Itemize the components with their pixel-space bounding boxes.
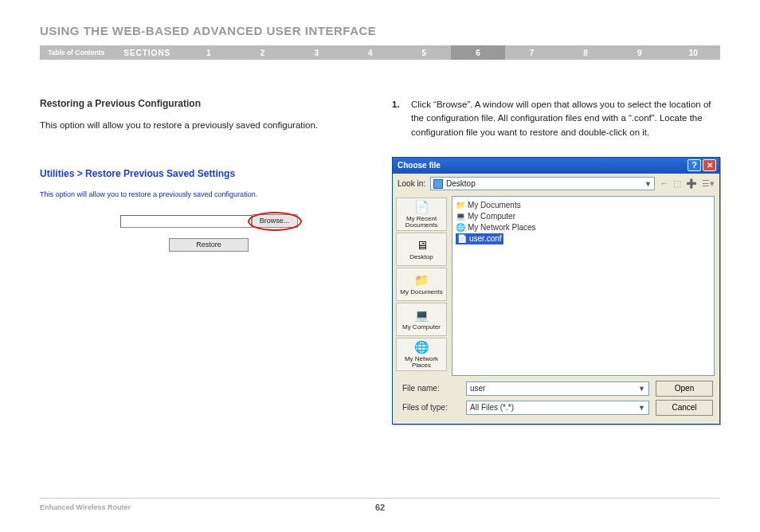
folder-icon: 📁 — [456, 201, 465, 209]
chevron-down-icon: ▼ — [638, 404, 645, 412]
nav-section-4[interactable]: 4 — [343, 49, 398, 57]
filetype-label: Files of type: — [399, 403, 460, 412]
desktop-place-icon: 🖥 — [413, 238, 429, 252]
list-item[interactable]: 📁 My Documents — [456, 200, 711, 211]
place-label: Desktop — [409, 254, 433, 260]
browse-button[interactable]: Browse... — [252, 214, 298, 228]
network-places-icon: 🌐 — [413, 340, 429, 354]
place-my-computer[interactable]: 💻 My Computer — [396, 303, 447, 336]
lookin-dropdown[interactable]: Desktop ▼ — [430, 177, 655, 190]
file-label: user.conf — [469, 234, 502, 243]
file-path-input[interactable] — [120, 215, 252, 228]
nav-section-1[interactable]: 1 — [182, 49, 236, 57]
places-bar: 📄 My Recent Documents 🖥 Desktop 📁 My Doc… — [393, 194, 450, 376]
section-subhead: Restoring a Previous Configuration — [40, 98, 378, 109]
choose-file-dialog: Choose file ? ✕ Look in: Desktop ▼ ← ⬚ ➕ — [392, 157, 720, 424]
place-my-documents[interactable]: 📁 My Documents — [396, 268, 447, 301]
lookin-label: Look in: — [398, 179, 425, 188]
chevron-down-icon: ▼ — [644, 180, 652, 188]
nav-section-2[interactable]: 2 — [236, 49, 290, 57]
back-icon[interactable]: ← — [660, 178, 668, 189]
file-label: My Documents — [468, 201, 521, 209]
recent-documents-icon: 📄 — [413, 200, 429, 214]
dialog-title: Choose file — [396, 161, 686, 170]
list-item-selected[interactable]: 📄 user.conf — [456, 233, 503, 244]
filename-label: File name: — [399, 384, 460, 393]
list-item[interactable]: 💻 My Computer — [456, 211, 711, 222]
nav-section-5[interactable]: 5 — [398, 49, 452, 57]
filename-value: user — [470, 384, 485, 393]
nav-section-7[interactable]: 7 — [505, 49, 559, 57]
nav-section-8[interactable]: 8 — [558, 49, 613, 57]
restore-button[interactable]: Restore — [169, 238, 249, 252]
nav-section-9[interactable]: 9 — [613, 49, 667, 57]
utilities-breadcrumb: Utilities > Restore Previous Saved Setti… — [40, 168, 378, 179]
file-label: My Computer — [468, 212, 515, 221]
lookin-value: Desktop — [446, 179, 476, 188]
file-label: My Network Places — [468, 223, 536, 232]
my-computer-icon: 💻 — [413, 308, 429, 323]
nav-section-10[interactable]: 10 — [666, 49, 720, 57]
chevron-down-icon: ▼ — [638, 385, 645, 393]
filename-input[interactable]: user ▼ — [466, 381, 649, 396]
close-icon[interactable]: ✕ — [703, 159, 716, 171]
up-one-level-icon[interactable]: ⬚ — [673, 178, 681, 189]
conf-file-icon: 📄 — [457, 234, 467, 243]
section-navbar: Table of Contents SECTIONS 1 2 3 4 5 6 7… — [40, 45, 720, 60]
computer-icon: 💻 — [456, 212, 465, 221]
nav-section-3[interactable]: 3 — [289, 49, 343, 57]
place-label: My Computer — [402, 324, 441, 331]
dialog-titlebar[interactable]: Choose file ? ✕ — [393, 158, 719, 174]
page-heading: USING THE WEB-BASED ADVANCED USER INTERF… — [40, 24, 720, 37]
toc-link[interactable]: Table of Contents — [40, 49, 112, 57]
place-recent-documents[interactable]: 📄 My Recent Documents — [396, 198, 447, 231]
step-number: 1. — [392, 98, 411, 139]
nav-section-6[interactable]: 6 — [451, 45, 505, 60]
utilities-screenshot: Utilities > Restore Previous Saved Setti… — [40, 168, 378, 252]
browse-button-label: Browse... — [260, 217, 290, 225]
utilities-caption: This option will allow you to restore a … — [40, 190, 378, 198]
filetype-value: All Files (*.*) — [470, 403, 514, 412]
page-number: 62 — [40, 503, 720, 512]
my-documents-icon: 📁 — [413, 273, 429, 288]
place-label: My Network Places — [397, 356, 446, 369]
list-item[interactable]: 🌐 My Network Places — [456, 222, 711, 233]
filetype-dropdown[interactable]: All Files (*.*) ▼ — [466, 401, 649, 415]
new-folder-icon[interactable]: ➕ — [686, 178, 697, 189]
step-text: Click “Browse”. A window will open that … — [411, 98, 720, 139]
open-button[interactable]: Open — [656, 381, 713, 397]
place-label: My Recent Documents — [397, 216, 446, 229]
views-icon[interactable]: ☰▾ — [702, 178, 715, 189]
intro-text: This option will allow you to restore a … — [40, 119, 378, 132]
place-desktop[interactable]: 🖥 Desktop — [396, 233, 447, 266]
place-my-network[interactable]: 🌐 My Network Places — [396, 338, 447, 371]
help-icon[interactable]: ? — [688, 159, 701, 171]
sections-label: SECTIONS — [112, 49, 182, 57]
place-label: My Documents — [400, 289, 442, 295]
cancel-button[interactable]: Cancel — [656, 400, 713, 416]
file-list[interactable]: 📁 My Documents 💻 My Computer 🌐 My Networ… — [452, 196, 715, 376]
desktop-icon — [433, 179, 443, 189]
network-icon: 🌐 — [456, 223, 465, 232]
